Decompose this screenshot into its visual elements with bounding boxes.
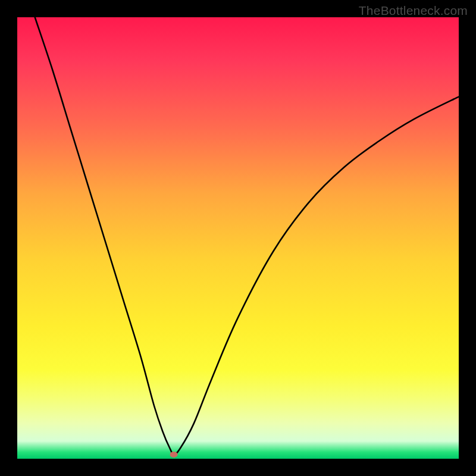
- chart-plot-area: [17, 17, 459, 459]
- bottleneck-curve: [17, 17, 459, 459]
- curve-path: [35, 17, 459, 455]
- optimum-marker: [170, 452, 178, 458]
- watermark-text: TheBottleneck.com: [359, 4, 468, 18]
